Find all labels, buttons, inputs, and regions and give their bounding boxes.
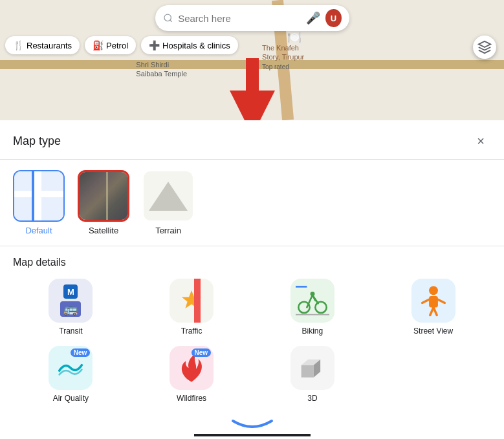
bottom-sheet: Map type × Default Satellite xyxy=(0,120,504,439)
transit-bus-icon: 🚌 xyxy=(60,301,81,317)
traffic-star-icon xyxy=(179,288,204,314)
layers-icon xyxy=(477,40,492,54)
biking-icon-wrapper xyxy=(290,279,334,323)
streetview-label: Street View xyxy=(413,327,453,336)
svg-point-7 xyxy=(310,292,314,296)
streetview-icon-wrapper xyxy=(411,279,455,323)
sheet-header: Map type × xyxy=(0,120,504,160)
satellite-icon-wrapper xyxy=(78,170,129,222)
detail-3d[interactable]: 3D xyxy=(255,346,371,403)
biking-label: Biking xyxy=(302,327,323,336)
filter-row: 🍴 Restaurants ⛽ Petrol ➕ Hospitals & cli… xyxy=(5,36,238,54)
threed-label: 3D xyxy=(307,394,317,403)
detail-streetview[interactable]: Street View xyxy=(375,279,491,336)
layers-button[interactable] xyxy=(473,36,496,59)
details-grid: M 🚌 Transit Traffic xyxy=(13,279,491,403)
map-area[interactable]: Shri ShirdiSaibaba Temple The KnafehStor… xyxy=(0,0,504,120)
filter-petrol[interactable]: ⛽ Petrol xyxy=(85,36,136,54)
satellite-label: Satellite xyxy=(89,226,118,235)
petrol-icon: ⛽ xyxy=(93,40,104,50)
transit-icon: M 🚌 xyxy=(49,279,93,323)
svg-line-1 xyxy=(170,20,171,22)
default-map-icon xyxy=(14,171,63,220)
traffic-label: Traffic xyxy=(181,327,203,336)
svg-point-10 xyxy=(429,286,438,295)
wildfires-label: Wildfires xyxy=(177,394,206,403)
airquality-icon-wrapper: New xyxy=(49,346,93,390)
restaurant-icon: 🍴 xyxy=(13,40,24,50)
filter-petrol-label: Petrol xyxy=(106,41,128,50)
transit-icon-wrapper: M 🚌 xyxy=(49,279,93,323)
avatar[interactable]: U xyxy=(325,9,341,27)
detail-biking[interactable]: Biking xyxy=(255,279,371,336)
bottom-indicator xyxy=(0,413,504,439)
filter-restaurants[interactable]: 🍴 Restaurants xyxy=(5,36,80,54)
filter-restaurants-label: Restaurants xyxy=(27,41,72,50)
filter-hospitals-label: Hospitals & clinics xyxy=(162,41,230,50)
map-label-temple: Shri ShirdiSaibaba Temple xyxy=(136,60,187,79)
terrain-map-icon xyxy=(144,171,193,220)
map-type-terrain[interactable]: Terrain xyxy=(142,170,194,235)
map-type-default[interactable]: Default xyxy=(13,170,65,235)
threed-icon xyxy=(290,346,334,390)
detail-transit[interactable]: M 🚌 Transit xyxy=(13,279,129,336)
airquality-new-badge: New xyxy=(71,348,91,357)
svg-marker-2 xyxy=(230,58,275,120)
default-label: Default xyxy=(25,226,52,235)
detail-traffic[interactable]: Traffic xyxy=(134,279,250,336)
mic-icon[interactable]: 🎤 xyxy=(306,11,320,25)
traffic-icon-wrapper xyxy=(170,279,214,323)
threed-icon-wrapper xyxy=(290,346,334,390)
biking-svg-icon xyxy=(296,284,329,317)
terrain-icon-wrapper xyxy=(142,170,194,222)
search-icon xyxy=(163,12,173,24)
close-button[interactable]: × xyxy=(470,131,491,151)
svg-point-0 xyxy=(164,14,170,21)
transit-m-badge: M xyxy=(63,284,78,299)
satellite-map-icon xyxy=(80,172,127,220)
sheet-title: Map type xyxy=(13,134,61,148)
detail-wildfires[interactable]: New Wildfires xyxy=(134,346,250,403)
hospital-icon: ➕ xyxy=(149,40,160,50)
wildfires-new-badge: New xyxy=(192,348,212,357)
bottom-curve-icon xyxy=(194,418,311,436)
airquality-label: Air Quality xyxy=(53,394,89,403)
transit-label: Transit xyxy=(59,327,82,336)
svg-rect-16 xyxy=(301,365,314,378)
threed-svg xyxy=(296,351,329,385)
map-pin-food: 🍽️ xyxy=(287,30,301,45)
streetview-icon xyxy=(411,279,455,323)
svg-line-15 xyxy=(438,299,444,303)
svg-point-6 xyxy=(315,302,326,313)
traffic-road xyxy=(194,279,201,323)
wildfires-icon-wrapper: New xyxy=(170,346,214,390)
default-icon-wrapper xyxy=(13,170,65,222)
terrain-mountain xyxy=(149,182,188,211)
detail-airquality[interactable]: New Air Quality xyxy=(13,346,129,403)
map-type-row: Default Satellite Terrain xyxy=(0,160,504,246)
search-input[interactable] xyxy=(178,13,301,24)
svg-rect-11 xyxy=(429,296,438,307)
satellite-road xyxy=(106,172,108,220)
red-arrow xyxy=(226,52,278,120)
biking-icon xyxy=(290,279,334,323)
traffic-icon xyxy=(170,279,214,323)
filter-hospitals[interactable]: ➕ Hospitals & clinics xyxy=(141,36,238,54)
default-road-h xyxy=(14,191,63,197)
map-details-section: Map details M 🚌 Transit xyxy=(0,246,504,413)
svg-line-14 xyxy=(422,299,428,303)
svg-line-13 xyxy=(433,307,437,315)
streetview-person-icon xyxy=(417,284,450,317)
map-type-satellite[interactable]: Satellite xyxy=(78,170,129,235)
map-details-title: Map details xyxy=(13,257,491,268)
search-bar[interactable]: 🎤 U xyxy=(155,5,349,31)
default-blue-line xyxy=(32,171,34,220)
terrain-label: Terrain xyxy=(155,226,181,235)
